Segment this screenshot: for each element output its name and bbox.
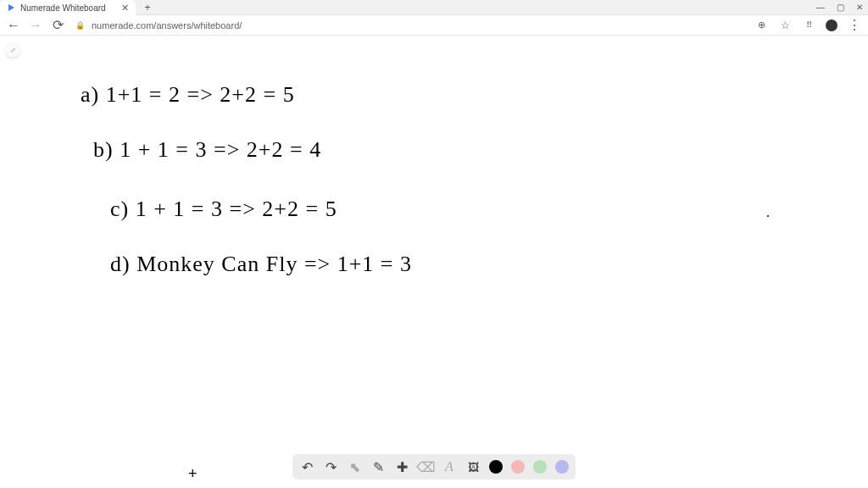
crosshair-cursor-icon: + — [188, 465, 198, 483]
tab-favicon-icon — [7, 3, 15, 12]
svg-marker-0 — [8, 4, 14, 11]
lock-icon: 🔒 — [73, 19, 86, 32]
image-tool[interactable]: 🖼 — [465, 459, 481, 474]
expand-icon: ⤢ — [10, 47, 16, 54]
color-green[interactable] — [533, 460, 547, 474]
add-shape-tool[interactable]: ✚ — [394, 459, 409, 474]
maximize-button[interactable]: ▢ — [837, 3, 844, 12]
extensions-icon[interactable]: ⠿ — [802, 19, 815, 32]
pen-tool[interactable]: ✎ — [370, 459, 386, 474]
back-button[interactable]: ← — [7, 19, 20, 32]
minimize-button[interactable]: — — [816, 3, 825, 12]
address-bar: ← → ⟳ 🔒 numerade.com/answers/whiteboard/… — [0, 15, 868, 36]
forward-button[interactable]: → — [29, 19, 42, 32]
whiteboard-canvas[interactable]: ⤢ a) 1+1 = 2 => 2+2 = 5 b) 1 + 1 = 3 => … — [0, 36, 868, 488]
stray-dot — [767, 215, 769, 217]
browser-right-icons: ⊕ ☆ ⠿ ⋮ — [754, 19, 861, 32]
color-red[interactable] — [511, 460, 525, 474]
handwriting-line-b: b) 1 + 1 = 3 => 2+2 = 4 — [93, 137, 321, 163]
handwriting-line-a: a) 1+1 = 2 => 2+2 = 5 — [81, 82, 295, 108]
handwriting-line-c: c) 1 + 1 = 3 => 2+2 = 5 — [110, 197, 337, 222]
reload-button[interactable]: ⟳ — [51, 19, 64, 32]
pointer-tool[interactable]: ⬉ — [347, 459, 362, 474]
text-tool[interactable]: A — [442, 459, 457, 474]
url-text: numerade.com/answers/whiteboard/ — [92, 20, 242, 30]
handwriting-line-d: d) Monkey Can Fly => 1+1 = 3 — [110, 252, 412, 277]
eraser-tool[interactable]: ⌫ — [418, 459, 433, 474]
search-lens-icon[interactable]: ⊕ — [754, 19, 768, 32]
color-blue[interactable] — [555, 460, 569, 474]
browser-menu-icon[interactable]: ⋮ — [848, 19, 861, 32]
redo-button[interactable]: ↷ — [323, 459, 338, 474]
url-field[interactable]: 🔒 numerade.com/answers/whiteboard/ — [73, 19, 746, 32]
close-window-button[interactable]: ✕ — [856, 3, 863, 12]
new-tab-button[interactable]: + — [139, 0, 156, 15]
expand-button[interactable]: ⤢ — [5, 42, 20, 58]
tab-title: Numerade Whiteboard — [20, 3, 116, 13]
undo-button[interactable]: ↶ — [299, 459, 314, 474]
bookmark-star-icon[interactable]: ☆ — [778, 19, 792, 32]
tab-close-icon[interactable]: ✕ — [121, 3, 129, 14]
browser-tab[interactable]: Numerade Whiteboard ✕ — [0, 0, 136, 15]
color-black[interactable] — [489, 460, 503, 474]
avatar[interactable] — [826, 19, 837, 31]
whiteboard-toolbar: ↶ ↷ ⬉ ✎ ✚ ⌫ A 🖼 — [292, 454, 576, 480]
